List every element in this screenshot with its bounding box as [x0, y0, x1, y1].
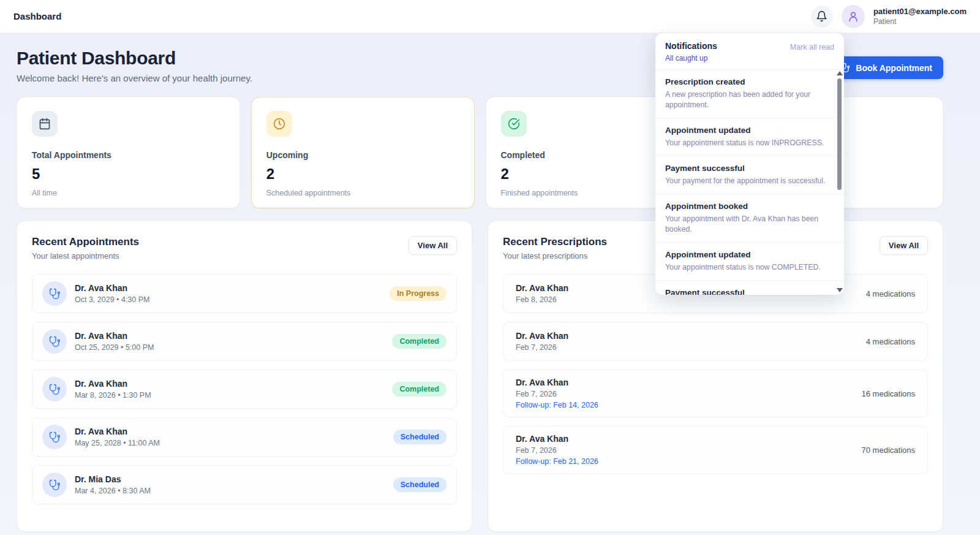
- followup-link[interactable]: Follow-up: Feb 21, 2026: [516, 457, 598, 466]
- recent-appointments-header: Recent Appointments Your latest appointm…: [32, 236, 457, 260]
- book-appointment-label: Book Appointment: [856, 63, 932, 73]
- stethoscope-icon: [42, 472, 67, 497]
- appointment-row[interactable]: Dr. Ava Khan Oct 25, 2029 • 5:00 PM Comp…: [32, 322, 457, 361]
- scroll-up-arrow-icon[interactable]: [837, 71, 843, 75]
- recent-appointments-title: Recent Appointments: [32, 236, 139, 248]
- notification-title: Payment successful: [665, 288, 828, 295]
- doctor-name: Dr. Ava Khan: [516, 331, 568, 341]
- notifications-button[interactable]: [811, 6, 833, 28]
- stat-value: 5: [32, 165, 225, 183]
- followup-link[interactable]: Follow-up: Feb 14, 2026: [516, 401, 598, 409]
- appointment-datetime: Oct 25, 2029 • 5:00 PM: [75, 343, 154, 352]
- stat-card-upcoming: Upcoming 2 Scheduled appointments: [251, 97, 475, 208]
- stat-value: 2: [266, 165, 459, 183]
- stethoscope-icon: [42, 425, 67, 449]
- check-circle-icon: [501, 111, 527, 137]
- user-info: patient01@example.com Patient: [873, 7, 967, 26]
- prescriptions-view-all-button[interactable]: View All: [880, 236, 928, 255]
- scrollbar-thumb[interactable]: [837, 78, 842, 190]
- notification-description: Your appointment with Dr. Ava Khan has b…: [665, 214, 828, 235]
- page: Dashboard patient01@: [0, 0, 980, 535]
- topbar-right: patient01@example.com Patient: [811, 5, 967, 28]
- notification-title: Payment successful: [665, 164, 828, 173]
- stat-caption: Scheduled appointments: [266, 189, 459, 197]
- doctor-name: Dr. Ava Khan: [516, 434, 598, 444]
- medication-count: 4 medications: [866, 289, 915, 298]
- medication-count: 16 medications: [862, 389, 915, 398]
- app-title: Dashboard: [13, 11, 61, 21]
- hero-text: Patient Dashboard Welcome back! Here's a…: [17, 48, 252, 83]
- appointment-info: Dr. Ava Khan Oct 3, 2029 • 4:30 PM: [75, 283, 150, 304]
- mark-all-read-button[interactable]: Mark all read: [790, 43, 834, 51]
- recent-prescriptions-titles: Recent Prescriptions Your latest prescri…: [503, 236, 607, 260]
- user-icon: [847, 10, 859, 23]
- notifications-title: Notifications: [665, 41, 717, 51]
- notification-title: Appointment updated: [665, 250, 828, 259]
- doctor-name: Dr. Mia Das: [75, 474, 151, 484]
- notifications-header: Notifications All caught up Mark all rea…: [655, 33, 844, 70]
- recent-appointments-titles: Recent Appointments Your latest appointm…: [32, 236, 139, 260]
- notification-description: Your appointment status is now COMPLETED…: [665, 262, 828, 273]
- appointment-info: Dr. Ava Khan May 25, 2028 • 11:00 AM: [75, 427, 160, 447]
- prescriptions-list: Dr. Ava Khan Feb 8, 2026 4 medications D…: [503, 274, 928, 474]
- stat-card-total-appointments: Total Appointments 5 All time: [17, 97, 240, 208]
- calendar-icon: [32, 111, 58, 137]
- doctor-name: Dr. Ava Khan: [75, 331, 154, 341]
- prescription-info: Dr. Ava Khan Feb 7, 2026 Follow-up: Feb …: [516, 378, 598, 409]
- prescription-info: Dr. Ava Khan Feb 7, 2026 Follow-up: Feb …: [516, 434, 598, 466]
- prescription-row[interactable]: Dr. Ava Khan Feb 7, 2026 4 medications: [503, 322, 928, 361]
- user-avatar[interactable]: [842, 5, 865, 28]
- notification-item[interactable]: Payment successful: [655, 281, 844, 295]
- appointment-row[interactable]: Dr. Mia Das Mar 4, 2026 • 8:30 AM Schedu…: [32, 465, 457, 504]
- medication-count: 4 medications: [866, 337, 915, 346]
- appointment-row[interactable]: Dr. Ava Khan Mar 8, 2026 • 1:30 PM Compl…: [32, 370, 457, 409]
- notification-item[interactable]: Appointment updated Your appointment sta…: [655, 118, 844, 156]
- scroll-down-arrow-icon[interactable]: [837, 288, 843, 292]
- notification-description: Your payment for the appointment is succ…: [665, 176, 828, 186]
- notification-item[interactable]: Payment successful Your payment for the …: [655, 156, 844, 194]
- doctor-name: Dr. Ava Khan: [75, 379, 151, 389]
- stat-label: Upcoming: [266, 150, 459, 160]
- appointment-info: Dr. Ava Khan Oct 25, 2029 • 5:00 PM: [75, 331, 154, 352]
- notification-item[interactable]: Appointment updated Your appointment sta…: [655, 243, 844, 281]
- status-badge: Scheduled: [393, 430, 447, 444]
- page-subtitle: Welcome back! Here's an overview of your…: [17, 73, 252, 83]
- book-appointment-button[interactable]: Book Appointment: [829, 56, 943, 79]
- appointments-list: Dr. Ava Khan Oct 3, 2029 • 4:30 PM In Pr…: [32, 274, 457, 504]
- notifications-list: Prescription created A new prescription …: [655, 70, 844, 295]
- prescription-info: Dr. Ava Khan Feb 8, 2026: [516, 283, 568, 304]
- notifications-header-text: Notifications All caught up: [665, 41, 717, 63]
- prescription-row[interactable]: Dr. Ava Khan Feb 7, 2026 Follow-up: Feb …: [503, 426, 928, 474]
- recent-prescriptions-subtitle: Your latest prescriptions: [503, 251, 607, 260]
- notification-description: A new prescription has been added for yo…: [665, 89, 828, 110]
- prescription-date: Feb 8, 2026: [516, 295, 568, 304]
- status-badge: In Progress: [390, 286, 447, 301]
- appointment-row[interactable]: Dr. Ava Khan Oct 3, 2029 • 4:30 PM In Pr…: [32, 274, 457, 313]
- prescription-row[interactable]: Dr. Ava Khan Feb 7, 2026 Follow-up: Feb …: [503, 370, 928, 417]
- doctor-name: Dr. Ava Khan: [516, 378, 598, 387]
- notification-item[interactable]: Appointment booked Your appointment with…: [655, 194, 844, 243]
- status-badge: Completed: [392, 334, 447, 349]
- stat-caption: All time: [32, 189, 225, 197]
- notifications-dropdown: Notifications All caught up Mark all rea…: [655, 33, 844, 295]
- doctor-name: Dr. Ava Khan: [75, 283, 150, 293]
- stethoscope-icon: [42, 377, 67, 401]
- notifications-scrollbar[interactable]: [835, 70, 843, 294]
- appointment-row[interactable]: Dr. Ava Khan May 25, 2028 • 11:00 AM Sch…: [32, 417, 457, 457]
- prescription-date: Feb 7, 2026: [516, 390, 598, 398]
- user-role: Patient: [873, 17, 967, 26]
- notification-item[interactable]: Prescription created A new prescription …: [655, 70, 844, 118]
- notification-title: Prescription created: [665, 77, 828, 86]
- prescription-date: Feb 7, 2026: [516, 343, 568, 352]
- recent-appointments-panel: Recent Appointments Your latest appointm…: [17, 221, 472, 532]
- appointment-datetime: Mar 4, 2026 • 8:30 AM: [75, 487, 151, 495]
- doctor-name: Dr. Ava Khan: [516, 283, 568, 293]
- status-badge: Scheduled: [393, 477, 447, 492]
- appointments-view-all-button[interactable]: View All: [409, 236, 457, 255]
- appointment-datetime: Oct 3, 2029 • 4:30 PM: [75, 295, 150, 304]
- notification-description: Your appointment status is now INPROGRES…: [665, 138, 828, 148]
- medication-count: 70 medications: [862, 446, 915, 455]
- page-title: Patient Dashboard: [17, 48, 252, 69]
- recent-prescriptions-title: Recent Prescriptions: [503, 236, 607, 248]
- status-badge: Completed: [392, 382, 447, 397]
